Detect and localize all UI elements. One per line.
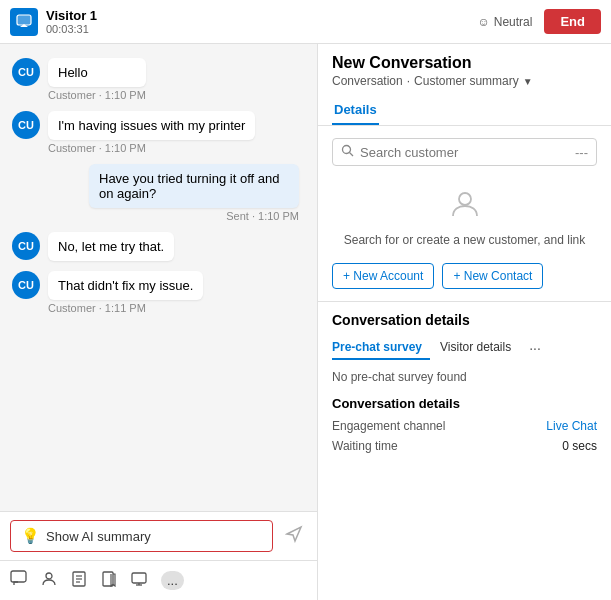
message-meta: Customer · 1:11 PM [48,302,203,314]
customer-search-area: --- Search for or create a new customer,… [318,126,611,302]
tab-details[interactable]: Details [332,96,379,125]
svg-point-11 [343,146,351,154]
list-item: CU Hello Customer · 1:10 PM [12,58,305,101]
engagement-channel-label: Engagement channel [332,419,445,433]
nc-tabs: Details [318,96,611,126]
customer-empty-text: Search for or create a new customer, and… [344,233,585,247]
sentiment-badge: ☺ Neutral [477,15,532,29]
avatar: CU [12,111,40,139]
bulb-icon: 💡 [21,527,40,545]
message-content: Hello Customer · 1:10 PM [48,58,146,101]
chat-messages: CU Hello Customer · 1:10 PM CU I'm havin… [0,44,317,511]
conv-details-title: Conversation details [332,312,597,328]
message-content: I'm having issues with my printer Custom… [48,111,255,154]
avatar: CU [12,232,40,260]
message-meta: Customer · 1:10 PM [48,142,255,154]
detail-row-waiting: Waiting time 0 secs [332,439,597,453]
new-account-button[interactable]: + New Account [332,263,434,289]
message-bubble: Hello [48,58,146,87]
conv-detail-subtitle: Conversation details [332,396,597,411]
svg-line-12 [350,153,354,157]
right-panel: New Conversation Conversation · Customer… [318,44,611,600]
search-dashes: --- [575,145,588,160]
search-customer-input-row: --- [332,138,597,166]
visitor-icon [10,8,38,36]
message-bubble-sent: Have you tried turning it off and on aga… [89,164,299,208]
message-meta: Customer · 1:10 PM [48,89,146,101]
new-contact-button[interactable]: + New Contact [442,263,543,289]
message-meta: Sent · 1:10 PM [226,210,299,222]
tab-visitor-details[interactable]: Visitor details [440,336,519,360]
list-item: Have you tried turning it off and on aga… [12,164,305,222]
message-bubble: I'm having issues with my printer [48,111,255,140]
breadcrumb-customer-summary: Customer summary [414,74,519,88]
send-button[interactable] [281,521,307,551]
waiting-time-value: 0 secs [562,439,597,453]
svg-point-2 [46,573,52,579]
end-button[interactable]: End [544,9,601,34]
svg-rect-1 [11,571,26,582]
chevron-down-icon: ▼ [523,76,533,87]
kb-icon[interactable] [101,571,117,591]
person-icon[interactable] [41,571,57,591]
no-survey-text: No pre-chat survey found [332,370,597,384]
person-empty-icon [449,188,481,227]
svg-point-13 [459,193,471,205]
chat-input-area: 💡 Show AI summary [0,511,317,560]
visitor-time: 00:03:31 [46,23,477,35]
list-item: CU I'm having issues with my printer Cus… [12,111,305,154]
avatar: CU [12,58,40,86]
more-options-button[interactable]: ... [161,571,184,590]
nc-header: New Conversation Conversation · Customer… [318,44,611,96]
breadcrumb-separator: · [407,74,410,88]
svg-rect-0 [17,15,31,25]
avatar: CU [12,271,40,299]
main-container: CU Hello Customer · 1:10 PM CU I'm havin… [0,44,611,600]
search-icon [341,144,354,160]
list-item: CU No, let me try that. [12,232,305,261]
message-bubble: No, let me try that. [48,232,174,261]
customer-empty-state: Search for or create a new customer, and… [332,180,597,259]
list-item: CU That didn't fix my issue. Customer · … [12,271,305,314]
ai-summary-label: Show AI summary [46,529,151,544]
screen-icon[interactable] [131,571,147,591]
conv-tab-more-icon[interactable]: ··· [529,340,541,356]
breadcrumb-conversation: Conversation [332,74,403,88]
tab-pre-chat-survey[interactable]: Pre-chat survey [332,336,430,360]
search-customer-input[interactable] [360,145,569,160]
visitor-name: Visitor 1 [46,8,477,23]
conversation-details: Conversation details Pre-chat survey Vis… [318,302,611,469]
notes-icon[interactable] [71,571,87,591]
svg-rect-8 [132,573,146,583]
waiting-time-label: Waiting time [332,439,398,453]
top-header: Visitor 1 00:03:31 ☺ Neutral End [0,0,611,44]
chat-icon[interactable] [10,570,27,591]
message-bubble: That didn't fix my issue. [48,271,203,300]
conv-tabs: Pre-chat survey Visitor details ··· [332,336,597,360]
message-content: No, let me try that. [48,232,174,261]
sentiment-label: Neutral [494,15,533,29]
message-content: That didn't fix my issue. Customer · 1:1… [48,271,203,314]
engagement-channel-value: Live Chat [546,419,597,433]
show-ai-summary-button[interactable]: 💡 Show AI summary [10,520,273,552]
sentiment-icon: ☺ [477,15,489,29]
breadcrumb: Conversation · Customer summary ▼ [332,74,597,88]
chat-toolbar: ... [0,560,317,600]
visitor-info: Visitor 1 00:03:31 [46,8,477,35]
customer-actions: + New Account + New Contact [332,263,597,289]
detail-row-engagement: Engagement channel Live Chat [332,419,597,433]
chat-panel: CU Hello Customer · 1:10 PM CU I'm havin… [0,44,318,600]
new-conversation-title: New Conversation [332,54,597,72]
